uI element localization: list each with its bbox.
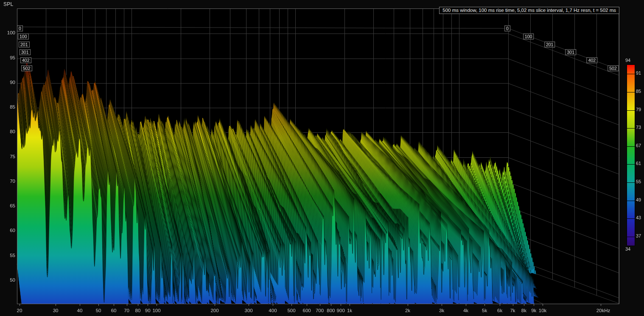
freq-tick-label: 2k <box>405 308 410 313</box>
spl-tick-label: 50 <box>3 277 15 282</box>
slice-label-right: 301 <box>566 49 577 55</box>
page-title: SPL <box>3 1 14 7</box>
spl-tick-label: 55 <box>3 253 15 258</box>
slice-label-right: 201 <box>544 42 555 48</box>
colorbar-tick-label: 85 <box>636 89 641 94</box>
slice-label-left: 301 <box>20 49 31 55</box>
freq-tick-label: 3k <box>439 308 444 313</box>
spl-colorbar <box>627 64 635 246</box>
colorbar-tick-line <box>627 110 635 111</box>
slice-label-left: 201 <box>19 42 30 48</box>
freq-tick-label: 30 <box>53 308 59 313</box>
freq-tick-label: 50 <box>96 308 101 313</box>
freq-tick-label: 80 <box>135 308 141 313</box>
colorbar-tick-line <box>627 182 635 183</box>
colorbar-tick-line <box>627 164 635 165</box>
colorbar-max-label: 94 <box>625 58 630 63</box>
freq-tick-label: 800 <box>327 308 335 313</box>
freq-tick-label: 20 <box>17 308 22 313</box>
colorbar-tick-line <box>627 201 635 201</box>
freq-tick-label: 70 <box>124 308 129 313</box>
freq-tick-label: 700 <box>316 308 324 313</box>
freq-tick-label: 600 <box>302 308 311 313</box>
colorbar-min-label: 34 <box>625 246 630 252</box>
colorbar-tick-label: 61 <box>636 161 641 166</box>
colorbar-tick-label: 43 <box>636 215 641 220</box>
colorbar-tick-line <box>627 218 635 219</box>
colorbar-tick-line <box>627 92 635 92</box>
spl-tick-label: 90 <box>3 80 15 85</box>
colorbar-tick-label: 79 <box>636 107 641 112</box>
freq-tick-label: 40 <box>77 308 83 313</box>
colorbar-tick-line <box>627 146 635 147</box>
spl-tick-label: 75 <box>3 154 15 159</box>
colorbar-tick-line <box>627 74 635 74</box>
freq-tick-label: 60 <box>111 308 117 313</box>
spl-tick-label: 80 <box>3 129 15 134</box>
freq-tick-label: 20kHz <box>596 308 610 313</box>
freq-tick-label: 1k <box>347 308 352 313</box>
colorbar-tick-label: 91 <box>636 70 641 76</box>
waterfall-plot-canvas <box>0 0 644 316</box>
spl-tick-label: 70 <box>3 179 15 184</box>
colorbar-tick-label: 73 <box>636 125 641 130</box>
freq-tick-label: 4k <box>463 308 468 313</box>
freq-tick-label: 8k <box>521 308 526 313</box>
colorbar-tick-label: 49 <box>636 197 641 202</box>
slice-label-right: 502 <box>608 65 619 71</box>
freq-tick-label: 7k <box>510 308 515 313</box>
spl-tick-label: 60 <box>3 228 15 233</box>
freq-tick-label: 900 <box>337 308 345 313</box>
colorbar-tick-label: 67 <box>636 143 641 148</box>
colorbar-tick-line <box>627 237 635 237</box>
freq-tick-label: 400 <box>269 308 277 313</box>
colorbar-tick-line <box>627 128 635 129</box>
measurement-info-bar: 500 ms window, 100 ms rise time, 5,02 ms… <box>439 7 619 14</box>
freq-tick-label: 90 <box>145 308 151 313</box>
slice-label-left: 502 <box>21 65 32 71</box>
freq-tick-label: 5k <box>482 308 487 313</box>
waterfall-app: SPL 500 ms window, 100 ms rise time, 5,0… <box>0 0 644 316</box>
freq-tick-label: 500 <box>287 308 295 313</box>
freq-tick-label: 100 <box>152 308 160 313</box>
spl-tick-label: 100 <box>3 30 15 35</box>
spl-tick-label: 95 <box>3 55 15 60</box>
slice-label-right: 0 <box>504 25 510 31</box>
freq-tick-label: 6k <box>497 308 502 313</box>
slice-label-left: 402 <box>20 57 31 63</box>
colorbar-tick-label: 55 <box>636 179 641 184</box>
freq-tick-label: 300 <box>245 308 253 313</box>
freq-tick-label: 200 <box>210 308 218 313</box>
freq-tick-label: 10k <box>539 308 547 313</box>
slice-label-left: 0 <box>17 25 23 31</box>
freq-tick-label: 9k <box>531 308 536 313</box>
spl-tick-label: 65 <box>3 203 15 208</box>
slice-label-right: 402 <box>587 57 598 63</box>
slice-label-right: 100 <box>523 34 534 39</box>
spl-tick-label: 85 <box>3 104 15 109</box>
slice-label-left: 100 <box>18 34 29 39</box>
colorbar-tick-label: 37 <box>636 233 641 238</box>
